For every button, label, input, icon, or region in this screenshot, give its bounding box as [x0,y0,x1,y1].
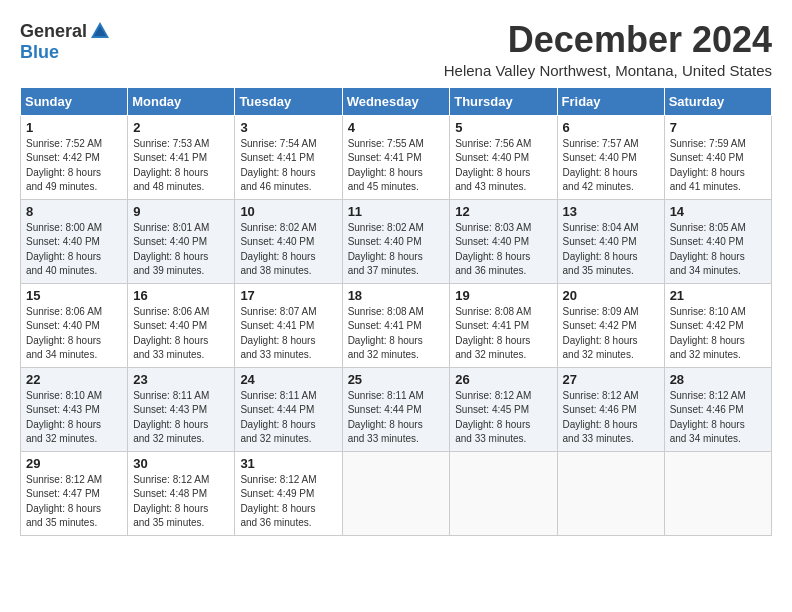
cell-sunrise-sunset: Sunrise: 7:54 AMSunset: 4:41 PMDaylight:… [240,137,336,195]
cell-sunrise-sunset: Sunrise: 7:59 AMSunset: 4:40 PMDaylight:… [670,137,766,195]
day-number: 26 [455,372,551,387]
day-number: 31 [240,456,336,471]
cell-sunrise-sunset: Sunrise: 8:03 AMSunset: 4:40 PMDaylight:… [455,221,551,279]
calendar-cell [450,451,557,535]
calendar-week-row: 29Sunrise: 8:12 AMSunset: 4:47 PMDayligh… [21,451,772,535]
day-number: 4 [348,120,445,135]
day-number: 1 [26,120,122,135]
cell-sunrise-sunset: Sunrise: 8:12 AMSunset: 4:48 PMDaylight:… [133,473,229,531]
calendar-cell: 13Sunrise: 8:04 AMSunset: 4:40 PMDayligh… [557,199,664,283]
cell-sunrise-sunset: Sunrise: 7:57 AMSunset: 4:40 PMDaylight:… [563,137,659,195]
day-number: 27 [563,372,659,387]
location-text: Helena Valley Northwest, Montana, United… [444,62,772,79]
cell-sunrise-sunset: Sunrise: 8:08 AMSunset: 4:41 PMDaylight:… [455,305,551,363]
calendar-header-thursday: Thursday [450,87,557,115]
calendar-cell: 20Sunrise: 8:09 AMSunset: 4:42 PMDayligh… [557,283,664,367]
logo-icon [89,20,111,42]
day-number: 23 [133,372,229,387]
calendar-cell: 14Sunrise: 8:05 AMSunset: 4:40 PMDayligh… [664,199,771,283]
cell-sunrise-sunset: Sunrise: 8:12 AMSunset: 4:45 PMDaylight:… [455,389,551,447]
calendar-cell: 16Sunrise: 8:06 AMSunset: 4:40 PMDayligh… [128,283,235,367]
cell-sunrise-sunset: Sunrise: 8:06 AMSunset: 4:40 PMDaylight:… [133,305,229,363]
day-number: 9 [133,204,229,219]
calendar-cell: 30Sunrise: 8:12 AMSunset: 4:48 PMDayligh… [128,451,235,535]
calendar-cell: 5Sunrise: 7:56 AMSunset: 4:40 PMDaylight… [450,115,557,199]
calendar-cell: 22Sunrise: 8:10 AMSunset: 4:43 PMDayligh… [21,367,128,451]
calendar-cell [342,451,450,535]
cell-sunrise-sunset: Sunrise: 7:52 AMSunset: 4:42 PMDaylight:… [26,137,122,195]
calendar-header-monday: Monday [128,87,235,115]
calendar-cell: 31Sunrise: 8:12 AMSunset: 4:49 PMDayligh… [235,451,342,535]
cell-sunrise-sunset: Sunrise: 8:06 AMSunset: 4:40 PMDaylight:… [26,305,122,363]
calendar-cell: 7Sunrise: 7:59 AMSunset: 4:40 PMDaylight… [664,115,771,199]
day-number: 5 [455,120,551,135]
cell-sunrise-sunset: Sunrise: 8:12 AMSunset: 4:46 PMDaylight:… [563,389,659,447]
logo-general-text: General [20,21,87,42]
day-number: 14 [670,204,766,219]
calendar-cell: 27Sunrise: 8:12 AMSunset: 4:46 PMDayligh… [557,367,664,451]
day-number: 29 [26,456,122,471]
day-number: 21 [670,288,766,303]
calendar-cell: 10Sunrise: 8:02 AMSunset: 4:40 PMDayligh… [235,199,342,283]
calendar-week-row: 1Sunrise: 7:52 AMSunset: 4:42 PMDaylight… [21,115,772,199]
calendar-cell: 15Sunrise: 8:06 AMSunset: 4:40 PMDayligh… [21,283,128,367]
calendar-cell: 8Sunrise: 8:00 AMSunset: 4:40 PMDaylight… [21,199,128,283]
calendar-header-tuesday: Tuesday [235,87,342,115]
calendar-cell: 3Sunrise: 7:54 AMSunset: 4:41 PMDaylight… [235,115,342,199]
day-number: 12 [455,204,551,219]
calendar-cell: 26Sunrise: 8:12 AMSunset: 4:45 PMDayligh… [450,367,557,451]
calendar-cell: 17Sunrise: 8:07 AMSunset: 4:41 PMDayligh… [235,283,342,367]
calendar-header-sunday: Sunday [21,87,128,115]
cell-sunrise-sunset: Sunrise: 8:09 AMSunset: 4:42 PMDaylight:… [563,305,659,363]
cell-sunrise-sunset: Sunrise: 8:10 AMSunset: 4:43 PMDaylight:… [26,389,122,447]
cell-sunrise-sunset: Sunrise: 8:12 AMSunset: 4:47 PMDaylight:… [26,473,122,531]
cell-sunrise-sunset: Sunrise: 8:11 AMSunset: 4:43 PMDaylight:… [133,389,229,447]
calendar-table: SundayMondayTuesdayWednesdayThursdayFrid… [20,87,772,536]
calendar-cell: 19Sunrise: 8:08 AMSunset: 4:41 PMDayligh… [450,283,557,367]
month-title: December 2024 [444,20,772,60]
calendar-cell: 1Sunrise: 7:52 AMSunset: 4:42 PMDaylight… [21,115,128,199]
title-area: December 2024 Helena Valley Northwest, M… [444,20,772,79]
cell-sunrise-sunset: Sunrise: 8:01 AMSunset: 4:40 PMDaylight:… [133,221,229,279]
day-number: 2 [133,120,229,135]
calendar-cell [664,451,771,535]
calendar-week-row: 8Sunrise: 8:00 AMSunset: 4:40 PMDaylight… [21,199,772,283]
calendar-cell: 12Sunrise: 8:03 AMSunset: 4:40 PMDayligh… [450,199,557,283]
cell-sunrise-sunset: Sunrise: 8:12 AMSunset: 4:49 PMDaylight:… [240,473,336,531]
day-number: 3 [240,120,336,135]
day-number: 15 [26,288,122,303]
day-number: 13 [563,204,659,219]
calendar-header-wednesday: Wednesday [342,87,450,115]
day-number: 24 [240,372,336,387]
calendar-header-friday: Friday [557,87,664,115]
cell-sunrise-sunset: Sunrise: 8:10 AMSunset: 4:42 PMDaylight:… [670,305,766,363]
cell-sunrise-sunset: Sunrise: 7:56 AMSunset: 4:40 PMDaylight:… [455,137,551,195]
day-number: 20 [563,288,659,303]
cell-sunrise-sunset: Sunrise: 8:08 AMSunset: 4:41 PMDaylight:… [348,305,445,363]
day-number: 28 [670,372,766,387]
page-header: General Blue December 2024 Helena Valley… [20,20,772,79]
cell-sunrise-sunset: Sunrise: 8:12 AMSunset: 4:46 PMDaylight:… [670,389,766,447]
cell-sunrise-sunset: Sunrise: 7:53 AMSunset: 4:41 PMDaylight:… [133,137,229,195]
cell-sunrise-sunset: Sunrise: 8:02 AMSunset: 4:40 PMDaylight:… [240,221,336,279]
cell-sunrise-sunset: Sunrise: 8:11 AMSunset: 4:44 PMDaylight:… [240,389,336,447]
calendar-cell: 28Sunrise: 8:12 AMSunset: 4:46 PMDayligh… [664,367,771,451]
calendar-header-row: SundayMondayTuesdayWednesdayThursdayFrid… [21,87,772,115]
day-number: 18 [348,288,445,303]
calendar-cell: 11Sunrise: 8:02 AMSunset: 4:40 PMDayligh… [342,199,450,283]
cell-sunrise-sunset: Sunrise: 8:11 AMSunset: 4:44 PMDaylight:… [348,389,445,447]
day-number: 17 [240,288,336,303]
calendar-cell: 18Sunrise: 8:08 AMSunset: 4:41 PMDayligh… [342,283,450,367]
calendar-cell: 4Sunrise: 7:55 AMSunset: 4:41 PMDaylight… [342,115,450,199]
day-number: 10 [240,204,336,219]
calendar-cell: 21Sunrise: 8:10 AMSunset: 4:42 PMDayligh… [664,283,771,367]
calendar-cell: 9Sunrise: 8:01 AMSunset: 4:40 PMDaylight… [128,199,235,283]
day-number: 22 [26,372,122,387]
calendar-cell [557,451,664,535]
day-number: 16 [133,288,229,303]
calendar-cell: 23Sunrise: 8:11 AMSunset: 4:43 PMDayligh… [128,367,235,451]
logo-blue-text: Blue [20,42,59,62]
cell-sunrise-sunset: Sunrise: 8:02 AMSunset: 4:40 PMDaylight:… [348,221,445,279]
logo: General Blue [20,20,111,63]
day-number: 11 [348,204,445,219]
